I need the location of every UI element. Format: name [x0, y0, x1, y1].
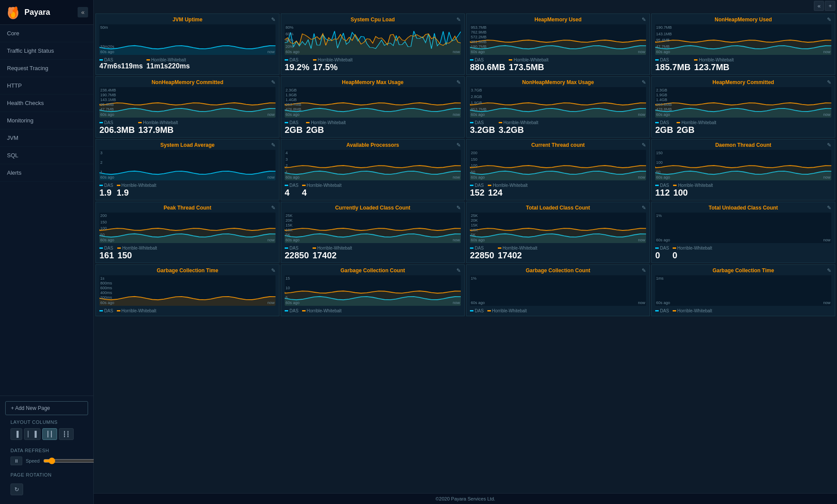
pause-button[interactable]: ⏸	[10, 457, 22, 465]
footer: ©2020 Payara Services Ltd.	[94, 493, 837, 504]
chart-card-total-loaded-class-count: Total Loaded Class Count ✎ 25K20K15K10K5…	[466, 202, 650, 263]
layout-1col-button[interactable]: ▐	[10, 428, 22, 440]
chart-edit-icon[interactable]: ✎	[271, 267, 276, 274]
layout-4col-button[interactable]: ┇┇	[59, 428, 74, 440]
chart-time-labels: 60s ago now	[656, 301, 830, 305]
chart-values-nonheap-memory-max-usage: DAS 3.2GB Horrible-Whitebalt 3.2GB	[470, 120, 646, 135]
sidebar-item-jvm[interactable]: JVM	[0, 129, 93, 147]
main-add-button[interactable]: +	[825, 1, 835, 11]
hb-value-group: Horrible-Whitebalt 1.9	[117, 183, 157, 197]
chart-area: 1ms 60s ago now	[655, 275, 831, 306]
chart-edit-icon[interactable]: ✎	[827, 267, 831, 274]
chart-card-total-unloaded-class-count: Total Unloaded Class Count ✎ 1% 60s ago …	[651, 202, 835, 263]
layout-2col-button[interactable]: ▏▐	[24, 428, 40, 440]
das-dot	[655, 59, 659, 61]
chart-area: 25K20K15K10K5K 60s ago now	[285, 213, 461, 243]
chart-edit-icon[interactable]: ✎	[827, 205, 831, 211]
chart-y-labels: 1%	[656, 213, 662, 237]
speed-slider[interactable]	[43, 457, 99, 464]
hb-value: 17402	[313, 250, 352, 260]
chart-area: 1% 60s ago now	[470, 275, 646, 306]
chart-card-currently-loaded-class-count: Currently Loaded Class Count ✎ 25K20K15K…	[281, 202, 465, 263]
chart-title: Total Loaded Class Count	[470, 205, 646, 211]
das-label: DAS	[99, 58, 143, 62]
hb-value-group: Horrible-Whitebalt 124	[488, 183, 527, 197]
chart-edit-icon[interactable]: ✎	[456, 17, 461, 23]
sidebar-item-core[interactable]: Core	[0, 25, 93, 42]
footer-text: ©2020 Payara Services Ltd.	[436, 496, 495, 501]
chart-area: 20015010050 60s ago now	[99, 213, 276, 243]
chart-title: Current Thread count	[470, 142, 646, 148]
chart-edit-icon[interactable]: ✎	[271, 205, 276, 211]
chart-edit-icon[interactable]: ✎	[827, 79, 831, 85]
das-value: 22850	[470, 250, 494, 260]
main-collapse-button[interactable]: «	[814, 1, 824, 11]
chart-edit-icon[interactable]: ✎	[642, 267, 646, 274]
chart-edit-icon[interactable]: ✎	[642, 79, 646, 85]
chart-card-garbage-collection-count-1: Garbage Collection Count ✎ 15105 60s ago…	[281, 264, 465, 316]
das-value-group: DAS 0	[655, 246, 669, 260]
sidebar-item-sql[interactable]: SQL	[0, 147, 93, 164]
sidebar-item-request-tracing[interactable]: Request Tracing	[0, 60, 93, 77]
chart-edit-icon[interactable]: ✎	[642, 17, 646, 23]
hb-value-group: Horrible-Whitebalt 0	[673, 246, 712, 260]
sidebar-item-traffic-light[interactable]: Traffic Light Status	[0, 42, 93, 60]
chart-edit-icon[interactable]: ✎	[642, 142, 646, 148]
das-dot	[470, 247, 473, 249]
chart-edit-icon[interactable]: ✎	[271, 142, 276, 148]
chart-time-labels: 60s ago now	[471, 175, 645, 179]
sidebar-item-http[interactable]: HTTP	[0, 77, 93, 95]
chart-values-jvm-uptime: DAS 47m6s119ms Horrible-Whitebalt 11m1s2…	[99, 58, 276, 70]
sidebar-collapse-button[interactable]: «	[78, 7, 88, 17]
hb-dot	[694, 59, 698, 61]
chart-y-labels: 20015010050	[471, 151, 477, 174]
chart-values-peak-thread-count: DAS 161 Horrible-Whitebalt 150	[99, 246, 276, 260]
das-value: 0	[655, 250, 669, 260]
das-value-group: DAS 4	[285, 183, 299, 197]
sidebar-item-health-checks[interactable]: Health Checks	[0, 95, 93, 112]
chart-card-system-load-average: System Load Average ✎ 321 60s ago now DA…	[95, 139, 279, 200]
das-value-group: DAS 185.7MB	[655, 58, 691, 72]
rotation-button[interactable]: ↻	[10, 484, 23, 495]
das-value: 1.9	[99, 188, 113, 197]
add-new-page-button[interactable]: + Add New Page	[5, 401, 88, 415]
chart-edit-icon[interactable]: ✎	[456, 205, 461, 211]
hb-value-group: Horrible-Whitebalt 4	[302, 183, 342, 197]
hb-dot	[138, 122, 142, 123]
chart-time-labels: 60s ago now	[471, 50, 645, 54]
chart-values-garbage-collection-time-2: DAS Horrible-Whitebalt	[655, 308, 831, 313]
chart-edit-icon[interactable]: ✎	[456, 79, 461, 85]
chart-y-labels: 1ms	[656, 276, 663, 300]
hb-value: 0	[673, 250, 712, 260]
das-dot	[470, 59, 473, 61]
sidebar-item-alerts[interactable]: Alerts	[0, 164, 93, 182]
chart-values-heap-memory-max-usage: DAS 2GB Horrible-Whitebalt 2GB	[285, 120, 461, 135]
chart-y-labels: 2.3GB1.9GB1.4GB955.8MB478.8MB	[656, 88, 672, 112]
chart-values-heap-memory-used: DAS 880.6MB Horrible-Whitebalt 173.5MB	[470, 58, 646, 72]
chart-edit-icon[interactable]: ✎	[642, 205, 646, 211]
das-dot	[285, 122, 288, 123]
chart-edit-icon[interactable]: ✎	[271, 17, 276, 23]
sidebar-item-monitoring[interactable]: Monitoring	[0, 112, 93, 129]
chart-title: HeapMemory Used	[470, 17, 646, 23]
das-value: 2GB	[285, 125, 303, 135]
das-value-group: DAS 161	[99, 246, 114, 260]
hb-dot	[306, 122, 310, 123]
chart-edit-icon[interactable]: ✎	[827, 17, 831, 23]
das-value-group: DAS 22850	[285, 246, 309, 260]
chart-title: JVM Uptime	[99, 17, 276, 23]
chart-time-labels: 60s ago now	[656, 175, 830, 179]
chart-edit-icon[interactable]: ✎	[271, 79, 276, 85]
das-label: DAS	[655, 120, 673, 125]
chart-edit-icon[interactable]: ✎	[456, 142, 461, 148]
chart-edit-icon[interactable]: ✎	[456, 267, 461, 274]
das-value-group: DAS 47m6s119ms	[99, 58, 143, 70]
das-value-group: DAS 206.3MB	[99, 120, 135, 135]
das-value: 3.2GB	[470, 125, 495, 135]
das-label: DAS	[655, 183, 670, 188]
layout-3col-button[interactable]: ┃┃	[42, 428, 57, 440]
hb-dot	[313, 247, 316, 249]
chart-card-heap-memory-committed: HeapMemory Committed ✎ 2.3GB1.9GB1.4GB95…	[651, 76, 835, 138]
das-value-group: DAS 152	[470, 183, 484, 197]
chart-edit-icon[interactable]: ✎	[827, 142, 831, 148]
